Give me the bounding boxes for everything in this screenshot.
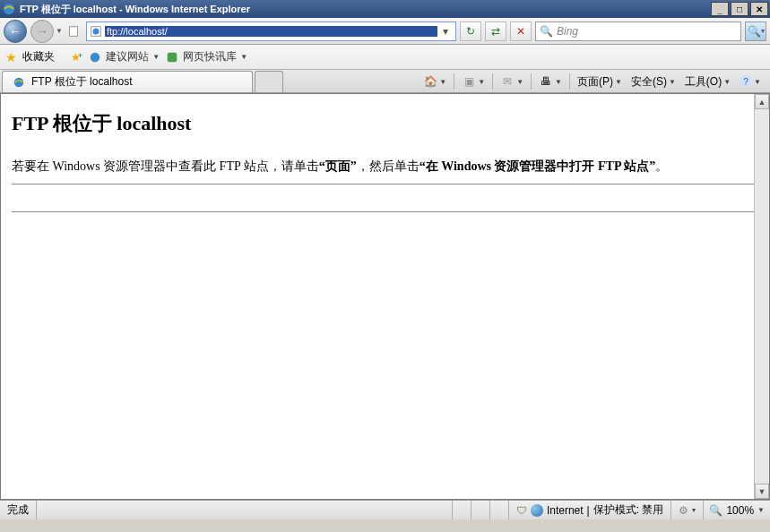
tab-favicon-icon [12,75,26,90]
divider [12,184,758,184]
chevron-down-icon: ▼ [240,53,247,61]
nav-history-dropdown[interactable]: ▼ [56,27,63,35]
compat-view-button[interactable]: ⇄ [485,21,506,41]
forward-button[interactable]: → [30,20,54,43]
scroll-down-button[interactable]: ▼ [755,484,769,499]
svg-rect-5 [168,52,177,62]
search-icon: 🔍 [540,25,553,38]
divider [12,211,758,212]
status-pane [490,501,509,519]
home-icon: 🏠 [423,74,437,89]
new-tab-button[interactable] [255,71,283,92]
status-icon-button[interactable]: ⚙▾ [671,501,704,519]
shield-icon: 🛡 [516,504,527,517]
favorites-label[interactable]: 收藏夹 [22,49,55,64]
page-icon [66,24,81,39]
gear-icon: ⚙ [679,504,688,517]
back-button[interactable]: ← [4,20,27,43]
safety-menu[interactable]: 安全(S) ▼ [627,72,679,91]
maximize-button[interactable]: □ [731,2,748,16]
ie-icon [88,50,102,64]
status-pane [472,501,490,519]
page-content: FTP 根位于 localhost 若要在 Windows 资源管理器中查看此 … [0,93,770,500]
add-favorites-icon[interactable]: ★+ [71,51,82,64]
stop-button[interactable]: ✕ [510,21,532,41]
address-dropdown-icon[interactable]: ▾ [437,25,454,38]
url-text[interactable]: ftp://localhost/ [105,26,437,37]
rss-icon: ▣ [462,74,476,89]
page-instruction: 若要在 Windows 资源管理器中查看此 FTP 站点，请单击“页面”，然后单… [12,157,758,176]
chevron-down-icon: ▼ [757,506,765,514]
read-mail-button[interactable]: ✉▼ [497,72,527,91]
svg-point-3 [92,28,99,34]
tab-title: FTP 根位于 localhost [31,74,132,90]
webslice-icon [165,50,179,64]
svg-point-4 [91,52,100,62]
web-slice-link[interactable]: 网页快讯库 ▼ [165,49,247,64]
ie-logo-icon [2,2,16,16]
mail-icon: ✉ [500,74,515,89]
refresh-button[interactable]: ↻ [460,21,481,41]
browser-tab[interactable]: FTP 根位于 localhost [2,71,253,92]
address-bar[interactable]: ftp://localhost/ ▾ [86,21,456,41]
minimize-button[interactable]: _ [711,2,729,16]
chevron-down-icon: ▼ [152,53,160,61]
zoom-level: 100% [726,504,754,517]
zoom-control[interactable]: 🔍 100% ▼ [704,504,770,517]
security-zone[interactable]: 🛡 Internet | 保护模式: 禁用 [509,501,672,519]
favorites-star-icon[interactable]: ★ [5,50,17,64]
page-menu[interactable]: 页面(P) ▼ [574,72,626,91]
suggested-sites-link[interactable]: 建议网站 ▼ [88,49,160,64]
zoom-icon: 🔍 [709,504,722,517]
search-placeholder: Bing [557,25,578,38]
home-button[interactable]: 🏠▼ [420,72,450,91]
tools-menu[interactable]: 工具(O) ▼ [681,72,734,91]
help-button[interactable]: ?▼ [736,72,765,91]
help-icon: ? [740,75,752,88]
window-title: FTP 根位于 localhost - Windows Internet Exp… [20,3,711,16]
scroll-up-button[interactable]: ▲ [755,94,769,109]
status-pane [453,501,472,519]
print-button[interactable]: 🖶▼ [535,72,566,91]
print-icon: 🖶 [539,74,553,89]
feeds-button[interactable]: ▣▼ [458,72,489,91]
status-pane [434,501,453,519]
status-text: 完成 [0,501,37,519]
globe-icon [531,504,543,517]
url-favicon-icon [89,24,103,39]
search-go-button[interactable]: 🔍▾ [745,21,766,41]
protected-mode-label: 保护模式: 禁用 [593,502,664,518]
search-input[interactable]: 🔍 Bing [535,21,741,41]
vertical-scrollbar[interactable]: ▲ ▼ [754,94,769,499]
close-button[interactable]: ✕ [750,2,768,16]
page-heading: FTP 根位于 localhost [12,110,758,137]
svg-rect-1 [70,26,78,36]
